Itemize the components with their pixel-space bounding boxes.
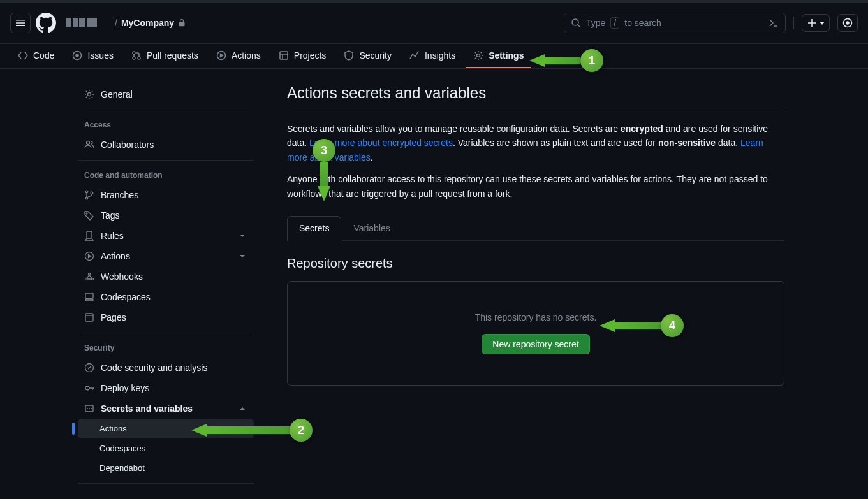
sidebar-item-rules[interactable]: Rules — [78, 226, 254, 246]
command-palette-icon[interactable] — [769, 18, 779, 28]
sidebar-item-branches[interactable]: Branches — [78, 185, 254, 205]
sidebar-item-tags[interactable]: Tags — [78, 205, 254, 226]
sidebar-heading-access: Access — [78, 115, 254, 134]
svg-point-14 — [85, 197, 88, 199]
empty-text: This repository has no secrets. — [303, 312, 769, 322]
sidebar-item-actions[interactable]: Actions — [78, 246, 254, 266]
svg-rect-23 — [85, 299, 93, 301]
divider — [793, 17, 794, 29]
header: / MyCompany Type / to search — [0, 3, 868, 44]
caret-down-icon — [820, 22, 825, 25]
tab-secrets[interactable]: Secrets — [287, 216, 341, 241]
svg-point-6 — [133, 57, 135, 59]
plus-icon — [807, 18, 817, 28]
main-content: Actions secrets and variables Secrets an… — [277, 84, 800, 489]
tab-actions[interactable]: Actions — [209, 44, 268, 68]
tab-security[interactable]: Security — [336, 44, 399, 68]
sidebar-item-deploy-keys[interactable]: Deploy keys — [78, 378, 254, 398]
link-encrypted-secrets[interactable]: Learn more about encrypted secrets — [309, 138, 453, 148]
issues-icon-button[interactable] — [837, 14, 858, 32]
description-paragraph-2: Anyone with collaborator access to this … — [287, 172, 784, 201]
search-label-suffix: to search — [624, 18, 661, 28]
tab-code[interactable]: Code — [10, 44, 62, 68]
breadcrumb-separator: / — [115, 18, 117, 28]
tab-projects[interactable]: Projects — [271, 44, 334, 68]
search-label-prefix: Type — [586, 18, 605, 28]
secrets-variables-tabs: Secrets Variables — [287, 216, 784, 241]
repo-nav-tabs: Code Issues Pull requests Actions Projec… — [0, 44, 868, 69]
hamburger-menu[interactable] — [10, 13, 31, 33]
svg-rect-24 — [85, 314, 93, 321]
breadcrumb: / MyCompany — [115, 18, 186, 28]
sidebar-heading-code: Code and automation — [78, 166, 254, 185]
repo-name[interactable]: MyCompany — [121, 18, 174, 28]
sidebar-heading-security: Security — [78, 338, 254, 358]
lock-icon — [178, 19, 186, 27]
svg-point-19 — [89, 273, 91, 275]
new-repository-secret-button[interactable]: New repository secret — [482, 334, 589, 354]
svg-point-11 — [88, 93, 91, 96]
sidebar-item-code-security[interactable]: Code security and analysis — [78, 358, 254, 378]
svg-point-5 — [133, 52, 135, 54]
chevron-down-icon — [237, 231, 247, 241]
sidebar-item-secrets-variables[interactable]: Secrets and variables — [78, 398, 254, 419]
sidebar-subitem-codespaces[interactable]: Codespaces — [78, 438, 254, 458]
tab-insights[interactable]: Insights — [402, 44, 463, 68]
svg-point-26 — [85, 386, 89, 390]
svg-rect-22 — [85, 293, 93, 298]
svg-point-7 — [138, 57, 140, 59]
empty-secrets-box: This repository has no secrets. New repo… — [287, 281, 784, 386]
owner-avatar-placeholder — [66, 18, 105, 28]
tab-variables[interactable]: Variables — [341, 216, 402, 240]
svg-point-15 — [91, 192, 93, 194]
svg-point-12 — [87, 141, 90, 145]
github-logo[interactable] — [36, 13, 56, 33]
svg-point-16 — [86, 213, 87, 214]
chevron-down-icon — [237, 251, 247, 261]
svg-point-2 — [846, 22, 849, 24]
description-paragraph-1: Secrets and variables allow you to manag… — [287, 122, 784, 164]
sidebar-subitem-dependabot[interactable]: Dependabot — [78, 458, 254, 478]
tab-pull-requests[interactable]: Pull requests — [124, 44, 206, 68]
sidebar-item-codespaces[interactable]: Codespaces — [78, 287, 254, 307]
search-input[interactable]: Type / to search — [564, 13, 786, 33]
create-new-button[interactable] — [802, 14, 830, 32]
svg-point-4 — [76, 54, 78, 57]
annotation-badge-1: 1 — [580, 49, 603, 72]
sidebar-item-general[interactable]: General — [78, 84, 254, 105]
svg-point-10 — [477, 54, 480, 57]
settings-sidebar: General Access Collaborators Code and au… — [0, 84, 264, 489]
chevron-up-icon — [237, 403, 247, 414]
svg-rect-17 — [87, 231, 92, 238]
dot-circle-icon — [842, 18, 853, 28]
page-title: Actions secrets and variables — [287, 84, 784, 110]
sidebar-item-pages[interactable]: Pages — [78, 307, 254, 328]
svg-rect-9 — [280, 52, 288, 59]
tab-issues[interactable]: Issues — [64, 44, 121, 68]
svg-point-13 — [85, 191, 88, 193]
sidebar-item-webhooks[interactable]: Webhooks — [78, 266, 254, 287]
section-title: Repository secrets — [287, 256, 784, 271]
sidebar-item-collaborators[interactable]: Collaborators — [78, 134, 254, 155]
svg-point-0 — [572, 19, 578, 25]
search-icon — [571, 18, 581, 28]
search-key: / — [610, 17, 619, 29]
tab-settings[interactable]: Settings — [466, 44, 531, 68]
sidebar-subitem-actions[interactable]: Actions — [78, 419, 254, 438]
